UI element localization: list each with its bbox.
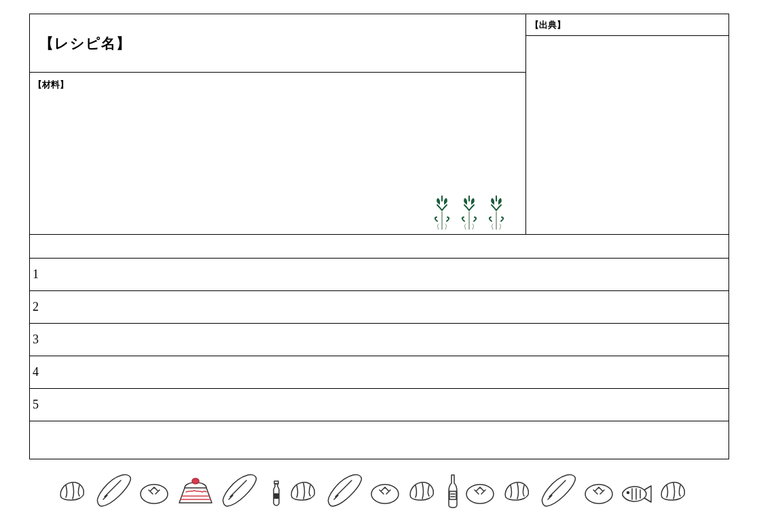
svg-point-1 [192, 478, 199, 484]
source-header: 【出典】 [526, 14, 728, 36]
svg-rect-5 [449, 491, 456, 499]
top-section: 【レシピ名】 【材料】 [30, 14, 728, 235]
step-row: 2 [30, 291, 728, 324]
croissant-icon [60, 482, 84, 500]
croissant-icon [410, 482, 433, 500]
svg-rect-2 [274, 481, 278, 484]
ingredients-row: 【材料】 [30, 73, 525, 234]
step-row: 4 [30, 356, 728, 389]
bun-icon [466, 484, 494, 504]
recipe-name-label: 【レシピ名】 [39, 34, 131, 53]
fish-icon [623, 486, 651, 502]
source-body [526, 36, 728, 234]
right-column: 【出典】 [526, 14, 728, 234]
ingredients-label: 【材料】 [33, 79, 69, 90]
step-row: 5 [30, 389, 728, 421]
steps-header-gap [30, 235, 728, 259]
left-column: 【レシピ名】 【材料】 [30, 14, 526, 234]
baguette-icon [542, 474, 575, 506]
bun-icon [585, 484, 612, 504]
step-number: 1 [33, 267, 39, 282]
svg-point-8 [627, 492, 629, 494]
cake-icon [179, 478, 212, 503]
baguette-icon [97, 474, 130, 506]
food-border-decoration [58, 468, 703, 512]
wine-bottle-icon [449, 475, 457, 508]
croissant-icon [291, 482, 314, 500]
baguette-icon [328, 474, 361, 506]
croissant-icon [505, 482, 528, 500]
step-row: 3 [30, 324, 728, 356]
step-number: 2 [33, 300, 39, 314]
sprouts-icon [428, 195, 513, 233]
croissant-icon [661, 482, 684, 500]
recipe-name-row: 【レシピ名】 [30, 14, 525, 73]
recipe-card: 【レシピ名】 【材料】 [29, 14, 729, 459]
step-number: 3 [33, 332, 39, 347]
svg-rect-3 [274, 493, 279, 499]
steps-footer-gap [30, 421, 728, 459]
steps-section: 1 2 3 4 5 [30, 235, 728, 459]
plant-decoration [428, 195, 513, 233]
step-number: 5 [33, 398, 39, 412]
step-row: 1 [30, 259, 728, 291]
food-icons-row [58, 468, 703, 512]
bottle-icon [274, 481, 279, 506]
baguette-icon [223, 474, 256, 506]
source-label: 【出典】 [530, 20, 566, 30]
step-number: 4 [33, 365, 39, 379]
bun-icon [371, 484, 399, 504]
bun-icon [141, 484, 168, 504]
